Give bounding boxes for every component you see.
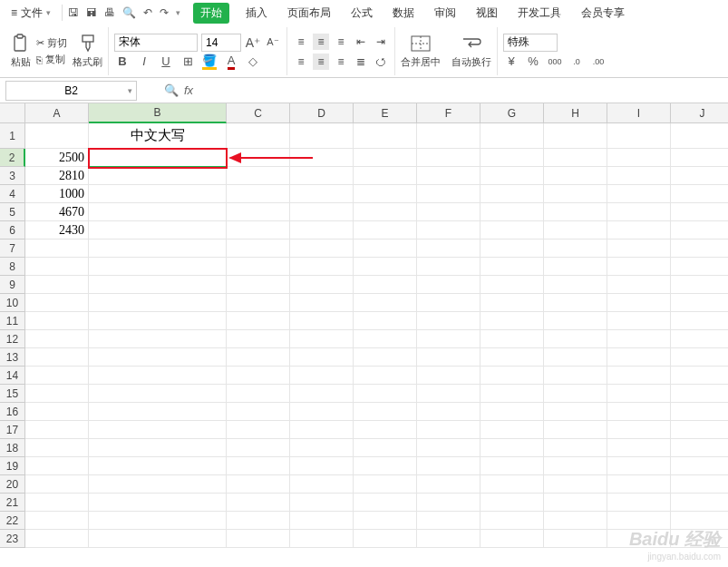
- cell[interactable]: [354, 312, 417, 330]
- cell[interactable]: [227, 530, 290, 548]
- tab-page-layout[interactable]: 页面布局: [284, 2, 335, 24]
- cell[interactable]: [671, 348, 728, 367]
- cut-button[interactable]: ✂ 剪切: [36, 36, 67, 50]
- cell[interactable]: [227, 203, 290, 221]
- cell[interactable]: [227, 149, 290, 167]
- row-header[interactable]: 7: [0, 240, 25, 258]
- cell[interactable]: [227, 167, 290, 185]
- cell[interactable]: [227, 475, 290, 494]
- cell[interactable]: [354, 221, 417, 240]
- cell[interactable]: [671, 494, 728, 512]
- cell[interactable]: [89, 457, 227, 475]
- cell[interactable]: [480, 530, 544, 548]
- cell[interactable]: [290, 530, 354, 548]
- currency-button[interactable]: ¥: [503, 54, 519, 70]
- cell[interactable]: [354, 294, 417, 312]
- cell[interactable]: [480, 457, 544, 475]
- cell[interactable]: [227, 457, 290, 475]
- cell[interactable]: [480, 203, 544, 221]
- cell[interactable]: [480, 475, 544, 494]
- cell[interactable]: [25, 385, 89, 403]
- cell[interactable]: [89, 149, 227, 167]
- cell[interactable]: [227, 494, 290, 512]
- cell[interactable]: [480, 512, 544, 530]
- cell[interactable]: [290, 312, 354, 330]
- cell[interactable]: [417, 330, 480, 348]
- cell[interactable]: [417, 258, 480, 276]
- wrap-text-button[interactable]: 自动换行: [451, 34, 491, 69]
- cell[interactable]: [227, 403, 290, 421]
- cell[interactable]: [671, 276, 728, 294]
- cell[interactable]: [607, 294, 671, 312]
- cell[interactable]: [671, 149, 728, 167]
- cell[interactable]: [290, 439, 354, 457]
- row-header[interactable]: 22: [0, 512, 25, 530]
- indent-decrease-icon[interactable]: ⇤: [353, 34, 369, 50]
- cell[interactable]: [89, 240, 227, 258]
- cell[interactable]: [480, 403, 544, 421]
- cell[interactable]: [227, 330, 290, 348]
- cell[interactable]: [480, 439, 544, 457]
- cell[interactable]: [89, 421, 227, 439]
- cell[interactable]: [227, 221, 290, 240]
- cell[interactable]: [354, 530, 417, 548]
- cell[interactable]: [607, 167, 671, 185]
- cell[interactable]: [544, 221, 607, 240]
- cell[interactable]: [671, 167, 728, 185]
- cell[interactable]: 1000: [25, 185, 89, 203]
- cell[interactable]: [354, 385, 417, 403]
- cell[interactable]: [671, 403, 728, 421]
- cell[interactable]: [25, 258, 89, 276]
- cell[interactable]: [290, 512, 354, 530]
- cell[interactable]: [290, 221, 354, 240]
- cell[interactable]: [671, 312, 728, 330]
- cell[interactable]: [480, 149, 544, 167]
- row-header[interactable]: 4: [0, 185, 25, 203]
- cell[interactable]: [89, 494, 227, 512]
- cell[interactable]: [607, 276, 671, 294]
- cell[interactable]: [417, 403, 480, 421]
- cell[interactable]: [417, 294, 480, 312]
- row-header[interactable]: 19: [0, 457, 25, 475]
- cell[interactable]: [227, 123, 290, 149]
- cell[interactable]: [354, 276, 417, 294]
- row-header[interactable]: 5: [0, 203, 25, 221]
- cell[interactable]: [671, 240, 728, 258]
- cell[interactable]: [607, 475, 671, 494]
- justify-icon[interactable]: ≣: [353, 54, 369, 70]
- cell[interactable]: [544, 348, 607, 367]
- cell[interactable]: [480, 494, 544, 512]
- cell[interactable]: [671, 475, 728, 494]
- cell[interactable]: [607, 494, 671, 512]
- cell[interactable]: 2810: [25, 167, 89, 185]
- cell[interactable]: [607, 421, 671, 439]
- cell[interactable]: [25, 294, 89, 312]
- cell[interactable]: [89, 403, 227, 421]
- cell[interactable]: [480, 385, 544, 403]
- cell[interactable]: [544, 494, 607, 512]
- cell[interactable]: [417, 221, 480, 240]
- save-icon[interactable]: 🖫: [68, 6, 79, 19]
- cell[interactable]: [480, 367, 544, 385]
- row-header[interactable]: 2: [0, 149, 25, 167]
- fill-color-button[interactable]: 🪣: [201, 54, 218, 70]
- chevron-down-icon[interactable]: ▾: [176, 8, 180, 17]
- increase-font-icon[interactable]: A⁺: [245, 34, 261, 51]
- cell[interactable]: [607, 203, 671, 221]
- cell[interactable]: [354, 512, 417, 530]
- cell[interactable]: [480, 221, 544, 240]
- cell[interactable]: [25, 312, 89, 330]
- format-painter-button[interactable]: 格式刷: [73, 34, 102, 69]
- cell[interactable]: [671, 367, 728, 385]
- column-header[interactable]: I: [607, 103, 671, 123]
- cell[interactable]: [607, 330, 671, 348]
- cell[interactable]: [607, 185, 671, 203]
- cell[interactable]: [544, 421, 607, 439]
- cell[interactable]: [354, 403, 417, 421]
- cell[interactable]: [671, 330, 728, 348]
- cell[interactable]: 2500: [25, 149, 89, 167]
- cell[interactable]: [227, 348, 290, 367]
- cell[interactable]: 4670: [25, 203, 89, 221]
- cell[interactable]: [290, 421, 354, 439]
- save-as-icon[interactable]: 🖬: [86, 6, 97, 19]
